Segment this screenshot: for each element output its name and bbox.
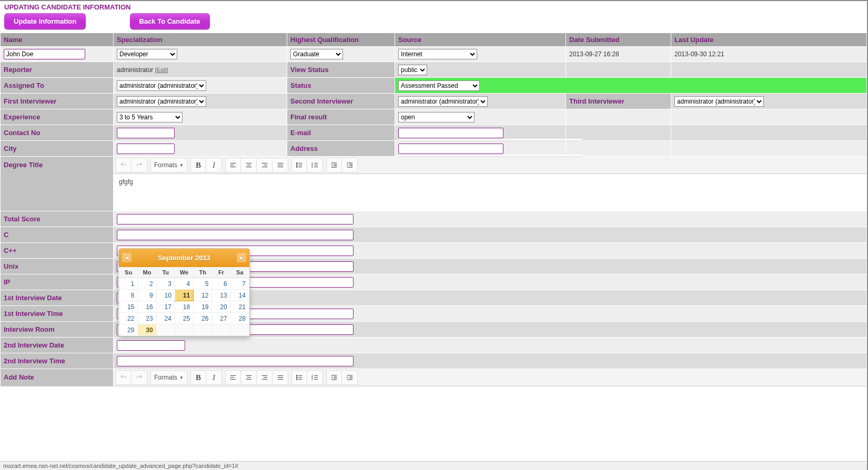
align-justify-icon[interactable] <box>272 158 288 172</box>
calendar-day[interactable]: 10 <box>156 290 175 301</box>
bullet-list-icon[interactable] <box>291 158 307 172</box>
reporter-value: administrator <box>117 66 153 74</box>
header-specialization: Specialization <box>114 33 287 47</box>
qualification-select[interactable]: Graduate <box>290 49 343 59</box>
bold-icon[interactable]: B <box>190 158 206 172</box>
calendar-day[interactable]: 28 <box>230 313 249 324</box>
header-date-submitted: Date Submitted <box>566 33 671 47</box>
indent-icon[interactable] <box>342 158 358 172</box>
align-left-icon[interactable] <box>225 158 241 172</box>
calendar-day[interactable]: 26 <box>194 313 212 324</box>
calendar-day[interactable]: 24 <box>156 313 175 324</box>
calendar-day[interactable]: 12 <box>194 290 212 301</box>
calendar-day[interactable]: 4 <box>175 278 193 290</box>
align-left-icon[interactable] <box>225 370 241 385</box>
degree-title-editor[interactable]: gfgfg <box>114 174 866 211</box>
svg-point-48 <box>296 379 297 380</box>
specialization-select[interactable]: Developer <box>117 49 177 59</box>
number-list-icon[interactable]: 123 <box>307 158 323 172</box>
source-select[interactable]: Internet <box>398 49 477 59</box>
update-information-button[interactable]: Update Information <box>4 13 86 29</box>
calendar-day[interactable]: 1 <box>119 278 138 290</box>
number-list-icon[interactable]: 123 <box>307 370 323 385</box>
calendar-day[interactable]: 20 <box>212 301 230 313</box>
c-input[interactable] <box>117 230 354 240</box>
calendar-day[interactable]: 21 <box>230 301 249 313</box>
third-interviewer-select[interactable]: administrator (administrator) <box>674 96 764 107</box>
calendar-day[interactable]: 27 <box>212 313 230 324</box>
outdent-icon[interactable] <box>326 370 342 385</box>
i2-time-input[interactable] <box>117 356 354 366</box>
calendar-prev-icon[interactable]: ◄ <box>122 253 132 262</box>
i2-date-input[interactable] <box>117 340 185 351</box>
calendar-next-icon[interactable]: ► <box>237 253 246 262</box>
outdent-icon[interactable] <box>326 158 342 172</box>
header-qualification: Highest Qualification <box>287 33 395 47</box>
calendar-day[interactable]: 29 <box>119 324 138 336</box>
email-input[interactable] <box>398 128 503 138</box>
calendar-day[interactable]: 19 <box>194 301 212 313</box>
header-source: Source <box>395 33 566 47</box>
redo-icon[interactable] <box>132 158 147 172</box>
calendar-day[interactable]: 5 <box>194 278 212 290</box>
calendar-day[interactable]: 9 <box>138 290 156 301</box>
address-input[interactable] <box>398 144 503 154</box>
reporter-edit-link[interactable]: [Edit] <box>155 67 168 73</box>
experience-select[interactable]: 3 to 5 Years <box>117 112 183 122</box>
assigned-to-select[interactable]: administrator (administrator) <box>117 80 206 91</box>
rte-toolbar-note: Formats▼ B I 123 <box>114 369 866 386</box>
calendar-day[interactable]: 22 <box>119 313 138 324</box>
align-right-icon[interactable] <box>257 370 272 385</box>
calendar-day[interactable]: 14 <box>230 290 249 301</box>
back-to-candidate-button[interactable]: Back To Candidate <box>130 13 210 29</box>
align-right-icon[interactable] <box>257 158 272 172</box>
calendar-day[interactable]: 7 <box>230 278 249 290</box>
italic-icon[interactable]: I <box>206 158 222 172</box>
calendar-day[interactable]: 23 <box>138 313 156 324</box>
undo-icon[interactable] <box>116 158 132 172</box>
name-input[interactable] <box>4 49 85 59</box>
label-unix: Unix <box>1 259 114 274</box>
calendar-day[interactable]: 13 <box>212 290 230 301</box>
calendar-day[interactable]: 11 <box>175 290 193 301</box>
calendar-day[interactable]: 3 <box>156 278 175 290</box>
calendar-dow: Su <box>119 267 138 278</box>
calendar-day[interactable]: 16 <box>138 301 156 313</box>
label-assigned-to: Assigned To <box>1 78 114 94</box>
calendar-day[interactable]: 2 <box>138 278 156 290</box>
label-i2-date: 2nd Interview Date <box>1 338 114 353</box>
city-input[interactable] <box>117 144 175 154</box>
calendar-day[interactable]: 8 <box>119 290 138 301</box>
bold-icon[interactable]: B <box>190 370 206 385</box>
bullet-list-icon[interactable] <box>291 370 307 385</box>
contact-no-input[interactable] <box>117 128 175 138</box>
first-interviewer-select[interactable]: administrator (administrator) <box>117 96 206 107</box>
align-justify-icon[interactable] <box>272 370 288 385</box>
formats-dropdown[interactable]: Formats▼ <box>150 370 187 385</box>
formats-dropdown[interactable]: Formats▼ <box>150 158 187 172</box>
undo-icon[interactable] <box>116 370 132 385</box>
indent-icon[interactable] <box>342 370 358 385</box>
label-experience: Experience <box>1 109 114 125</box>
redo-icon[interactable] <box>132 370 147 385</box>
calendar-day[interactable]: 15 <box>119 301 138 313</box>
align-center-icon[interactable] <box>241 158 257 172</box>
final-result-select[interactable]: open <box>398 112 475 122</box>
calendar-day[interactable]: 30 <box>138 324 156 336</box>
calendar-day[interactable]: 25 <box>175 313 193 324</box>
rte-toolbar: Formats▼ B I 123 <box>114 157 866 174</box>
total-score-input[interactable] <box>117 214 354 224</box>
calendar-empty-cell <box>194 324 212 336</box>
status-select[interactable]: Assessment Passed <box>398 80 480 91</box>
calendar-day[interactable]: 17 <box>156 301 175 313</box>
svg-text:3: 3 <box>311 166 312 168</box>
calendar-empty-cell <box>156 324 175 336</box>
italic-icon[interactable]: I <box>206 370 222 385</box>
calendar-day[interactable]: 6 <box>212 278 230 290</box>
view-status-select[interactable]: public <box>398 65 427 75</box>
svg-marker-28 <box>331 164 332 166</box>
label-final-result: Final result <box>287 109 395 125</box>
calendar-day[interactable]: 18 <box>175 301 193 313</box>
second-interviewer-select[interactable]: administrator (administrator) <box>398 96 488 107</box>
align-center-icon[interactable] <box>241 370 257 385</box>
